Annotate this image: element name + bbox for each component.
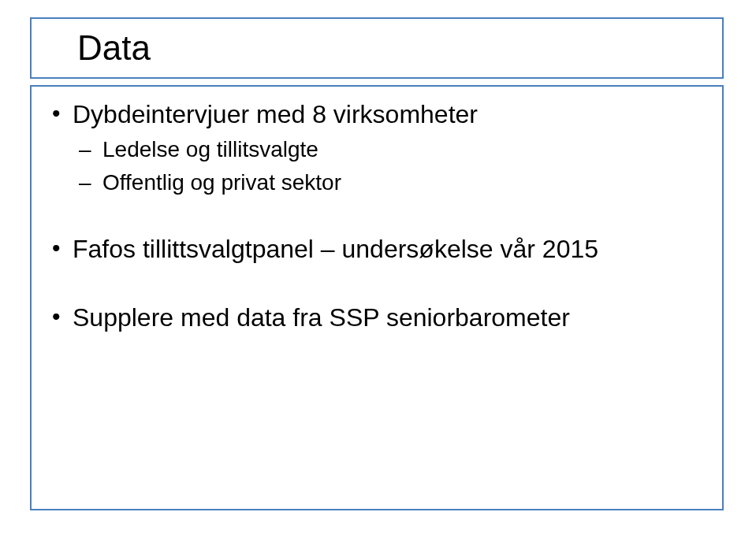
slide-title: Data <box>77 29 151 67</box>
bullet-item: Dybdeintervjuer med 8 virksomheter Ledel… <box>47 98 706 198</box>
bullet-text: Fafos tillittsvalgtpanel – undersøkelse … <box>73 235 598 263</box>
bullet-list: Dybdeintervjuer med 8 virksomheter Ledel… <box>47 98 706 335</box>
bullet-text: Supplere med data fra SSP seniorbaromete… <box>73 303 570 332</box>
slide: Data Dybdeintervjuer med 8 virksomheter … <box>0 0 756 538</box>
bullet-item: Supplere med data fra SSP seniorbaromete… <box>47 301 706 335</box>
sub-bullet-item: Ledelse og tillitsvalgte <box>73 135 706 165</box>
title-box: Data <box>30 17 724 79</box>
content-box: Dybdeintervjuer med 8 virksomheter Ledel… <box>30 85 724 510</box>
sub-bullet-list: Ledelse og tillitsvalgte Offentlig og pr… <box>73 135 706 198</box>
sub-bullet-text: Ledelse og tillitsvalgte <box>102 137 318 161</box>
spacer <box>47 271 706 301</box>
sub-bullet-item: Offentlig og privat sektor <box>73 168 706 198</box>
bullet-item: Fafos tillittsvalgtpanel – undersøkelse … <box>47 232 706 266</box>
sub-bullet-text: Offentlig og privat sektor <box>102 170 341 195</box>
bullet-text: Dybdeintervjuer med 8 virksomheter <box>73 100 478 128</box>
spacer <box>47 202 706 232</box>
